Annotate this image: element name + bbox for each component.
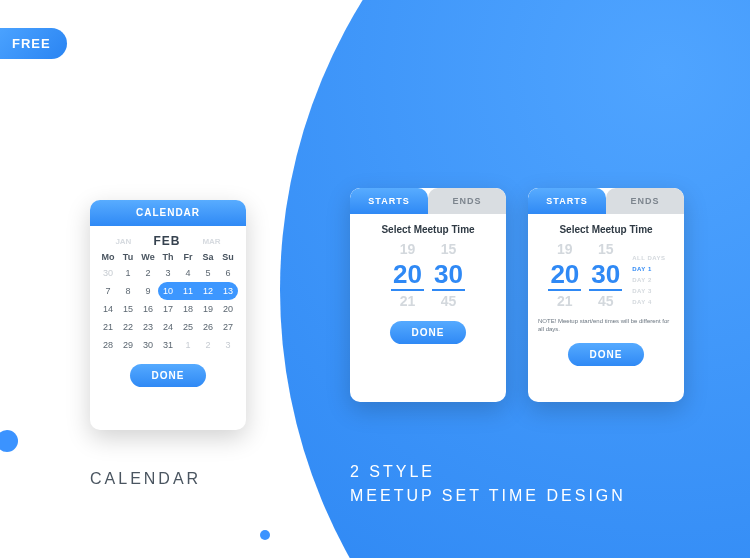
hour-next: 21: [389, 291, 426, 311]
weekday-label: Su: [218, 252, 238, 264]
minute-column[interactable]: 15 30 45: [430, 239, 467, 311]
minute-column[interactable]: 15 30 45: [587, 239, 624, 311]
weekday-label: We: [138, 252, 158, 264]
weekday-label: Fr: [178, 252, 198, 264]
decor-dot: [260, 530, 270, 540]
date-cell[interactable]: 11: [178, 282, 198, 300]
hour-next: 21: [546, 291, 583, 311]
date-cell[interactable]: 20: [218, 300, 238, 318]
free-badge: FREE: [0, 28, 67, 59]
date-cell[interactable]: 16: [138, 300, 158, 318]
date-cell[interactable]: 7: [98, 282, 118, 300]
done-button[interactable]: DONE: [130, 364, 207, 387]
month-next[interactable]: MAR: [202, 237, 220, 246]
day-option-2[interactable]: DAY 2: [632, 275, 665, 286]
weekday-label: Th: [158, 252, 178, 264]
picker-title: Select Meetup Time: [528, 214, 684, 239]
caption-calendar: CALENDAR: [90, 470, 201, 488]
time-picker-card-b: STARTS ENDS Select Meetup Time 19 20 21 …: [528, 188, 684, 402]
minute-prev: 15: [430, 239, 467, 259]
month-prev[interactable]: JAN: [115, 237, 131, 246]
date-cell[interactable]: 26: [198, 318, 218, 336]
date-cell[interactable]: 25: [178, 318, 198, 336]
date-cell[interactable]: 3: [218, 336, 238, 354]
date-cell[interactable]: 13: [218, 282, 238, 300]
caption-line-2: MEETUP SET TIME DESIGN: [350, 484, 626, 508]
tabs: STARTS ENDS: [528, 188, 684, 214]
tabs: STARTS ENDS: [350, 188, 506, 214]
day-option-3[interactable]: DAY 3: [632, 286, 665, 297]
month-current: FEB: [153, 234, 180, 248]
day-option-1[interactable]: DAY 1: [632, 264, 665, 275]
date-cell[interactable]: 17: [158, 300, 178, 318]
date-cell[interactable]: 9: [138, 282, 158, 300]
hour-selected: 20: [391, 259, 424, 291]
decor-dot: [0, 430, 18, 452]
hour-column[interactable]: 19 20 21: [389, 239, 426, 311]
caption-time-design: 2 STYLE MEETUP SET TIME DESIGN: [350, 460, 626, 508]
date-cell[interactable]: 3: [158, 264, 178, 282]
time-picker-card-a: STARTS ENDS Select Meetup Time 19 20 21 …: [350, 188, 506, 402]
calendar-header: CALENDAR: [90, 200, 246, 226]
date-cell[interactable]: 30: [138, 336, 158, 354]
time-picker[interactable]: 19 20 21 15 30 45 ALL DAYS DAY 1 DAY 2 D…: [528, 239, 684, 311]
date-cell[interactable]: 1: [118, 264, 138, 282]
picker-title: Select Meetup Time: [350, 214, 506, 239]
tab-ends[interactable]: ENDS: [428, 188, 506, 214]
weekday-label: Tu: [118, 252, 138, 264]
date-cell[interactable]: 31: [158, 336, 178, 354]
caption-line-1: 2 STYLE: [350, 460, 626, 484]
time-picker[interactable]: 19 20 21 15 30 45: [350, 239, 506, 311]
weekday-label: Mo: [98, 252, 118, 264]
done-button[interactable]: DONE: [390, 321, 467, 344]
calendar-card: CALENDAR JAN FEB MAR MoTuWeThFrSaSu 3012…: [90, 200, 246, 430]
date-cell[interactable]: 8: [118, 282, 138, 300]
date-cell[interactable]: 6: [218, 264, 238, 282]
date-grid: 3012345678910111213141516171819202122232…: [90, 264, 246, 354]
date-cell[interactable]: 23: [138, 318, 158, 336]
hour-prev: 19: [546, 239, 583, 259]
minute-selected: 30: [589, 259, 622, 291]
tab-starts[interactable]: STARTS: [528, 188, 606, 214]
date-cell[interactable]: 22: [118, 318, 138, 336]
month-switcher[interactable]: JAN FEB MAR: [90, 226, 246, 252]
date-cell[interactable]: 15: [118, 300, 138, 318]
minute-next: 45: [587, 291, 624, 311]
minute-prev: 15: [587, 239, 624, 259]
date-cell[interactable]: 12: [198, 282, 218, 300]
date-cell[interactable]: 5: [198, 264, 218, 282]
date-cell[interactable]: 2: [138, 264, 158, 282]
date-cell[interactable]: 18: [178, 300, 198, 318]
day-selector[interactable]: ALL DAYS DAY 1 DAY 2 DAY 3 DAY 4: [628, 239, 665, 308]
minute-next: 45: [430, 291, 467, 311]
hour-column[interactable]: 19 20 21: [546, 239, 583, 311]
weekday-row: MoTuWeThFrSaSu: [90, 252, 246, 264]
date-cell[interactable]: 21: [98, 318, 118, 336]
date-cell[interactable]: 27: [218, 318, 238, 336]
date-cell[interactable]: 19: [198, 300, 218, 318]
picker-note: NOTE! Meetup start/end times will be dif…: [528, 311, 684, 333]
done-button[interactable]: DONE: [568, 343, 645, 366]
tab-ends[interactable]: ENDS: [606, 188, 684, 214]
date-cell[interactable]: 29: [118, 336, 138, 354]
date-cell[interactable]: 4: [178, 264, 198, 282]
day-option-4[interactable]: DAY 4: [632, 297, 665, 308]
date-cell[interactable]: 28: [98, 336, 118, 354]
day-option-all[interactable]: ALL DAYS: [632, 253, 665, 264]
date-cell[interactable]: 2: [198, 336, 218, 354]
date-cell[interactable]: 24: [158, 318, 178, 336]
date-cell[interactable]: 30: [98, 264, 118, 282]
date-cell[interactable]: 10: [158, 282, 178, 300]
tab-starts[interactable]: STARTS: [350, 188, 428, 214]
date-cell[interactable]: 1: [178, 336, 198, 354]
minute-selected: 30: [432, 259, 465, 291]
hour-selected: 20: [548, 259, 581, 291]
hour-prev: 19: [389, 239, 426, 259]
design-canvas: FREE CALENDAR JAN FEB MAR MoTuWeThFrSaSu…: [0, 0, 750, 558]
date-cell[interactable]: 14: [98, 300, 118, 318]
weekday-label: Sa: [198, 252, 218, 264]
